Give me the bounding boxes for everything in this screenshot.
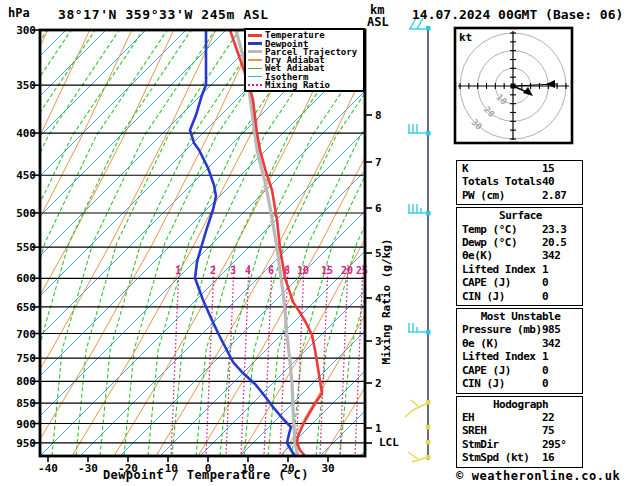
stats-row: CAPE (J)0 xyxy=(462,364,579,377)
wind-level-marker xyxy=(426,440,431,445)
stats-label: CIN (J) xyxy=(462,377,542,390)
stats-row: Lifted Index1 xyxy=(462,263,579,276)
wind-barb xyxy=(411,400,419,407)
legend-box: TemperatureDewpointParcel TrajectoryDry … xyxy=(244,28,365,92)
stats-section: HodographEH22SREH75StmDir295°StmSpd (kt)… xyxy=(456,396,583,468)
legend-label: Mixing Ratio xyxy=(265,81,330,89)
stats-label: SREH xyxy=(462,424,542,437)
stats-label: StmSpd (kt) xyxy=(462,451,542,464)
stats-row: θe (K)342 xyxy=(462,337,579,350)
stats-row: PW (cm)2.87 xyxy=(462,189,579,202)
isotherm-line xyxy=(40,30,466,456)
legend-swatch-thick xyxy=(248,50,262,53)
pressure-tick-label: 550 xyxy=(16,241,36,254)
stats-row: StmDir295° xyxy=(462,438,579,451)
hodograph-arrowhead xyxy=(546,80,555,88)
mixing-ratio-value-label: 6 xyxy=(268,265,274,276)
km-tick-label: 8 xyxy=(375,109,382,122)
stats-value: 2.87 xyxy=(542,189,579,202)
stats-label: CIN (J) xyxy=(462,290,542,303)
mixing-ratio-value-label: 20 xyxy=(341,265,353,276)
mixing-ratio-axis-label: Mixing Ratio (g/kg) xyxy=(380,212,393,392)
pressure-axis-unit: hPa xyxy=(8,6,30,20)
stats-row: CIN (J)0 xyxy=(462,290,579,303)
stats-row: Totals Totals40 xyxy=(462,175,579,188)
pressure-tick-label: 400 xyxy=(16,127,36,140)
temp-tick-label: 30 xyxy=(321,462,334,475)
stats-value: 75 xyxy=(542,424,579,437)
stats-value: 342 xyxy=(542,249,579,262)
pressure-tick-label: 950 xyxy=(16,437,36,450)
model-run-datetime: 14.07.2024 00GMT (Base: 06) xyxy=(412,7,623,22)
stats-value: 15 xyxy=(542,162,579,175)
stats-section: Most UnstablePressure (mb)985θe (K)342Li… xyxy=(456,308,583,393)
stats-value: 342 xyxy=(542,337,579,350)
skewt-sounding-page: 3003504004505005506006507007508008509009… xyxy=(0,0,629,486)
stats-value: 1 xyxy=(542,350,579,363)
mixing-ratio-value-label: 4 xyxy=(245,265,251,276)
page-title: 38°17'N 359°33'W 245m ASL xyxy=(58,7,269,22)
mixing-ratio-value-label: 15 xyxy=(321,265,333,276)
stats-value: 0 xyxy=(542,377,579,390)
mixing-ratio-value-label: 2 xyxy=(210,265,216,276)
stats-value: 16 xyxy=(542,451,579,464)
legend-swatch-thin xyxy=(248,76,262,78)
stats-row: EH22 xyxy=(462,411,579,424)
pressure-tick-label: 900 xyxy=(16,418,36,431)
stats-section: SurfaceTemp (°C)23.3Dewp (°C)20.5θe(K)34… xyxy=(456,207,583,306)
stats-row: Dewp (°C)20.5 xyxy=(462,236,579,249)
stats-label: K xyxy=(462,162,542,175)
pressure-tick-label: 350 xyxy=(16,79,36,92)
stats-row: Pressure (mb)985 xyxy=(462,323,579,336)
stats-value: 40 xyxy=(542,175,579,188)
stats-value: 295° xyxy=(542,438,579,451)
km-tick-label: 7 xyxy=(375,156,382,169)
stats-label: CAPE (J) xyxy=(462,276,542,289)
stats-label: Temp (°C) xyxy=(462,223,542,236)
stats-label: Lifted Index xyxy=(462,350,542,363)
wind-level-marker xyxy=(426,26,431,31)
stats-value: 0 xyxy=(542,364,579,377)
stats-value: 0 xyxy=(542,290,579,303)
legend-swatch-thick xyxy=(248,42,262,45)
dry-adiabat-line xyxy=(0,30,6,456)
pressure-tick-label: 700 xyxy=(16,328,36,341)
stats-label: Lifted Index xyxy=(462,263,542,276)
wind-barb xyxy=(405,410,413,417)
temp-tick-label: -40 xyxy=(38,462,58,475)
pressure-tick-label: 450 xyxy=(16,169,36,182)
stats-section-title: Most Unstable xyxy=(462,310,579,323)
legend-swatch-dotted xyxy=(248,84,262,86)
mixing-ratio-value-label: 1 xyxy=(175,265,181,276)
pressure-tick-label: 300 xyxy=(16,24,36,37)
stats-label: Totals Totals xyxy=(462,175,542,188)
mixing-ratio-value-label: 10 xyxy=(297,265,309,276)
stats-label: θe(K) xyxy=(462,249,542,262)
stats-value: 22 xyxy=(542,411,579,424)
stats-row: SREH75 xyxy=(462,424,579,437)
stats-value: 985 xyxy=(542,323,579,336)
stats-label: θe (K) xyxy=(462,337,542,350)
altitude-axis-unit-asl: ASL xyxy=(367,15,389,29)
pressure-tick-label: 500 xyxy=(16,207,36,220)
copyright: © weatheronline.co.uk xyxy=(456,469,620,483)
pressure-tick-label: 800 xyxy=(16,375,36,388)
stats-panel: K15Totals Totals40PW (cm)2.87SurfaceTemp… xyxy=(456,160,583,470)
stats-section-title: Hodograph xyxy=(462,398,579,411)
hodograph-ring-label: 10 xyxy=(494,92,509,107)
legend-swatch-thin xyxy=(248,59,262,61)
stats-label: EH xyxy=(462,411,542,424)
wet-adiabat-line xyxy=(0,30,95,456)
stats-label: Pressure (mb) xyxy=(462,323,542,336)
hodograph-unit-label: kt xyxy=(459,31,472,44)
stats-row: θe(K)342 xyxy=(462,249,579,262)
x-axis-label: Dewpoint / Temperature (°C) xyxy=(103,468,309,482)
mixing-ratio-value-label: 3 xyxy=(230,265,236,276)
pressure-tick-label: 750 xyxy=(16,352,36,365)
parcel-trajectory-curve xyxy=(236,30,298,456)
stats-label: CAPE (J) xyxy=(462,364,542,377)
pressure-tick-label: 650 xyxy=(16,301,36,314)
mixing-ratio-line xyxy=(320,265,328,456)
stats-row: StmSpd (kt)16 xyxy=(462,451,579,464)
temp-tick-label: -30 xyxy=(78,462,98,475)
